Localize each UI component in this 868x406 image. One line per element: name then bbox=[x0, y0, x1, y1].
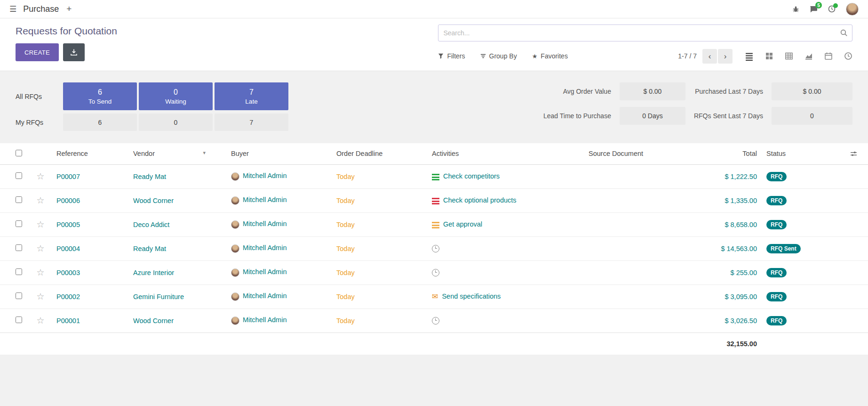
vendor-link[interactable]: Ready Mat bbox=[133, 173, 166, 180]
row-checkbox[interactable] bbox=[16, 244, 22, 251]
download-icon bbox=[70, 49, 78, 56]
row-checkbox[interactable] bbox=[16, 292, 22, 299]
activity-tasks-icon[interactable] bbox=[432, 222, 439, 228]
favorite-star-icon[interactable]: ☆ bbox=[36, 244, 44, 253]
vendor-link[interactable]: Deco Addict bbox=[133, 221, 169, 228]
debug-bug-icon[interactable] bbox=[792, 6, 799, 13]
export-button[interactable] bbox=[63, 43, 85, 61]
activity-tasks-icon[interactable] bbox=[432, 174, 439, 180]
optional-columns-icon[interactable] bbox=[850, 151, 863, 157]
row-checkbox[interactable] bbox=[16, 220, 22, 227]
status-badge: RFQ bbox=[766, 196, 787, 205]
stat-label: Lead Time to Purchase bbox=[543, 112, 611, 120]
activity-label[interactable]: Check optional products bbox=[443, 196, 517, 204]
reference-link[interactable]: P00002 bbox=[56, 293, 80, 300]
activity-clock-icon[interactable] bbox=[432, 269, 439, 276]
buyer-link[interactable]: Mitchell Admin bbox=[243, 172, 287, 179]
all-rfqs-label: All RFQs bbox=[16, 93, 61, 100]
favorites-button[interactable]: ★ Favorites bbox=[532, 52, 568, 60]
col-header-source-document[interactable]: Source Document bbox=[584, 143, 701, 164]
activity-label[interactable]: Get approval bbox=[443, 220, 482, 228]
buyer-link[interactable]: Mitchell Admin bbox=[243, 268, 287, 276]
favorites-star-icon: ★ bbox=[532, 53, 538, 60]
buyer-link[interactable]: Mitchell Admin bbox=[243, 292, 287, 300]
favorite-star-icon[interactable]: ☆ bbox=[36, 171, 44, 181]
col-header-activities[interactable]: Activities bbox=[427, 143, 584, 164]
favorite-star-icon[interactable]: ☆ bbox=[36, 316, 44, 325]
list-view-icon[interactable] bbox=[745, 52, 754, 61]
app-name[interactable]: Purchase bbox=[23, 4, 59, 14]
graph-view-icon[interactable] bbox=[804, 52, 813, 60]
table-row[interactable]: ☆ P00004 Ready Mat Mitchell Admin Today … bbox=[0, 236, 868, 260]
table-row[interactable]: ☆ P00003 Azure Interior Mitchell Admin T… bbox=[0, 260, 868, 284]
table-row[interactable]: ☆ P00007 Ready Mat Mitchell Admin Today … bbox=[0, 164, 868, 188]
col-header-buyer[interactable]: Buyer bbox=[226, 143, 332, 164]
my-kpi-late[interactable]: 7 bbox=[215, 114, 288, 131]
col-header-vendor[interactable]: ▾ Vendor bbox=[128, 143, 226, 164]
table-row[interactable]: ☆ P00002 Gemini Furniture Mitchell Admin… bbox=[0, 284, 868, 309]
source-document-cell bbox=[584, 188, 701, 212]
table-row[interactable]: ☆ P00001 Wood Corner Mitchell Admin Toda… bbox=[0, 309, 868, 333]
table-row[interactable]: ☆ P00006 Wood Corner Mitchell Admin Toda… bbox=[0, 188, 868, 212]
favorite-star-icon[interactable]: ☆ bbox=[36, 219, 44, 229]
pager-next-button[interactable]: › bbox=[718, 49, 733, 64]
vendor-link[interactable]: Gemini Furniture bbox=[133, 293, 184, 300]
row-checkbox[interactable] bbox=[16, 196, 22, 203]
col-header-status[interactable]: Status bbox=[762, 143, 845, 164]
col-header-reference[interactable]: Reference bbox=[52, 143, 128, 164]
group-by-button[interactable]: Group By bbox=[480, 52, 517, 60]
apps-menu-icon[interactable]: ☰ bbox=[9, 4, 16, 14]
reference-link[interactable]: P00007 bbox=[56, 173, 80, 180]
kpi-late[interactable]: 7 Late bbox=[215, 82, 288, 110]
activity-view-icon[interactable] bbox=[844, 52, 852, 60]
activity-label[interactable]: Check competitors bbox=[443, 172, 500, 180]
kanban-view-icon[interactable] bbox=[765, 52, 773, 60]
activities-clock-icon[interactable] bbox=[828, 5, 836, 13]
filters-button[interactable]: Filters bbox=[438, 52, 465, 60]
source-document-cell bbox=[584, 284, 701, 309]
row-checkbox[interactable] bbox=[16, 172, 22, 179]
new-window-plus-icon[interactable]: + bbox=[66, 4, 72, 14]
col-header-order-deadline[interactable]: Order Deadline bbox=[332, 143, 427, 164]
my-kpi-waiting[interactable]: 0 bbox=[139, 114, 213, 131]
order-deadline-value: Today bbox=[336, 293, 355, 300]
reference-link[interactable]: P00003 bbox=[56, 269, 80, 276]
favorite-star-icon[interactable]: ☆ bbox=[36, 195, 44, 205]
buyer-link[interactable]: Mitchell Admin bbox=[243, 196, 287, 203]
pager-previous-button[interactable]: ‹ bbox=[702, 49, 717, 64]
kpi-waiting[interactable]: 0 Waiting bbox=[139, 82, 213, 110]
table-row[interactable]: ☆ P00005 Deco Addict Mitchell Admin Toda… bbox=[0, 212, 868, 236]
reference-link[interactable]: P00004 bbox=[56, 245, 80, 252]
stat-label: Purchased Last 7 Days bbox=[694, 88, 763, 95]
col-header-total[interactable]: Total bbox=[701, 143, 762, 164]
favorite-star-icon[interactable]: ☆ bbox=[36, 268, 44, 277]
vendor-link[interactable]: Azure Interior bbox=[133, 269, 174, 276]
search-input[interactable] bbox=[438, 24, 852, 41]
vendor-link[interactable]: Wood Corner bbox=[133, 317, 174, 325]
activity-clock-icon[interactable] bbox=[432, 245, 439, 252]
buyer-link[interactable]: Mitchell Admin bbox=[243, 220, 287, 227]
select-all-checkbox[interactable] bbox=[16, 150, 22, 156]
vendor-link[interactable]: Ready Mat bbox=[133, 245, 166, 252]
activity-email-icon[interactable]: ✉ bbox=[432, 293, 438, 300]
row-checkbox[interactable] bbox=[16, 317, 22, 323]
activity-label[interactable]: Send specifications bbox=[442, 292, 501, 300]
buyer-link[interactable]: Mitchell Admin bbox=[243, 316, 287, 324]
reference-link[interactable]: P00005 bbox=[56, 221, 80, 228]
reference-link[interactable]: P00001 bbox=[56, 317, 80, 325]
user-avatar[interactable] bbox=[846, 3, 859, 16]
reference-link[interactable]: P00006 bbox=[56, 197, 80, 204]
messages-icon[interactable]: 5 bbox=[810, 6, 818, 13]
search-icon[interactable] bbox=[840, 29, 848, 37]
buyer-link[interactable]: Mitchell Admin bbox=[243, 244, 287, 252]
create-button[interactable]: CREATE bbox=[16, 43, 59, 61]
favorite-star-icon[interactable]: ☆ bbox=[36, 292, 44, 301]
my-kpi-to-send[interactable]: 6 bbox=[63, 114, 137, 131]
activity-clock-icon[interactable] bbox=[432, 317, 439, 325]
calendar-view-icon[interactable] bbox=[824, 52, 833, 60]
kpi-to-send[interactable]: 6 To Send bbox=[63, 82, 137, 110]
pivot-view-icon[interactable] bbox=[785, 52, 793, 60]
activity-tasks-icon[interactable] bbox=[432, 198, 439, 204]
row-checkbox[interactable] bbox=[16, 268, 22, 275]
vendor-link[interactable]: Wood Corner bbox=[133, 197, 174, 204]
